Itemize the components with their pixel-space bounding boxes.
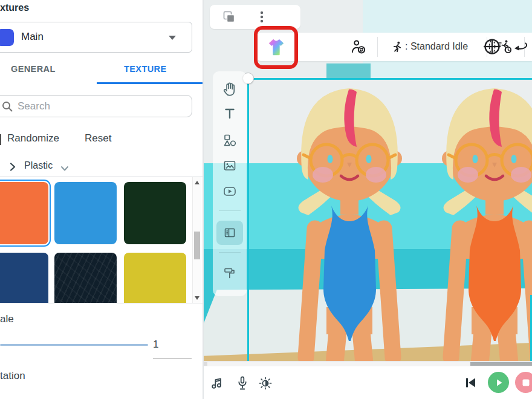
person-swap-icon	[351, 39, 366, 55]
animation-button[interactable]	[389, 39, 405, 56]
hand-icon	[222, 82, 238, 97]
app-window: xtures Main GENERAL TEXTURE Randomize Re…	[0, 0, 532, 399]
scrollbar-thumb[interactable]	[194, 232, 200, 259]
panel-title: xtures	[0, 2, 29, 13]
layer-color-swatch	[0, 29, 14, 46]
tab-texture[interactable]: TEXTURE	[124, 64, 166, 74]
runner-icon	[391, 41, 404, 54]
shapes-icon	[222, 133, 237, 148]
text-tool-button[interactable]	[221, 105, 238, 122]
reset-button[interactable]: Reset	[85, 132, 111, 144]
play-button[interactable]	[488, 372, 509, 393]
duplicate-icon	[222, 10, 236, 24]
shapes-tool-button[interactable]	[221, 132, 238, 149]
playback-bar	[204, 366, 532, 399]
texture-swatch[interactable]	[0, 253, 48, 303]
texture-swatch-grid	[0, 176, 203, 303]
chevron-right-icon	[7, 161, 18, 172]
texture-tool-button[interactable]	[265, 36, 288, 59]
rotation-label: tation	[0, 370, 25, 382]
scene-canvas[interactable]: : Standard Idle	[204, 0, 532, 361]
canvas-horizontal-scrollbar[interactable]	[204, 361, 532, 366]
toolbar-divider	[377, 37, 378, 57]
orbit-arrow-icon	[511, 39, 528, 54]
microphone-button[interactable]	[234, 374, 251, 392]
swatch-scrollbar[interactable]	[192, 177, 201, 303]
scale-input-underline	[153, 358, 192, 358]
character-right	[442, 88, 532, 360]
rotate-view-button[interactable]	[510, 37, 529, 56]
swap-character-button[interactable]	[348, 37, 369, 57]
duplicate-button[interactable]	[221, 8, 238, 25]
selection-box-right-edge	[530, 295, 532, 361]
search-input[interactable]	[18, 98, 181, 114]
skip-previous-icon	[462, 375, 478, 391]
scale-label: ale	[0, 313, 14, 325]
selection-box-left-edge	[247, 78, 249, 361]
chevron-down-icon	[169, 36, 176, 40]
paint-roller-icon	[222, 266, 237, 281]
chevron-down-icon	[59, 163, 70, 174]
search-box	[0, 95, 192, 117]
rainbow-tshirt-icon	[266, 37, 287, 57]
video-tool-button[interactable]	[221, 183, 238, 199]
pan-tool-button[interactable]	[221, 81, 238, 98]
texture-swatch[interactable]	[54, 253, 117, 303]
stop-button[interactable]	[515, 372, 532, 393]
side-panel-icon	[222, 225, 237, 240]
kebab-menu-icon	[255, 10, 269, 24]
scrollbar-corner	[204, 362, 207, 366]
paint-roller-tool-button[interactable]	[221, 265, 238, 282]
stop-icon	[522, 378, 530, 387]
music-button[interactable]	[209, 375, 225, 392]
randomize-icon	[0, 134, 1, 145]
texture-swatch[interactable]	[54, 182, 117, 244]
tab-general[interactable]: GENERAL	[11, 64, 56, 74]
scroll-down-arrow[interactable]	[195, 296, 199, 300]
character-left	[297, 88, 402, 360]
panel-tool-button[interactable]	[221, 224, 238, 241]
canvas-tool-rail	[213, 71, 247, 296]
brightness-icon	[258, 376, 273, 391]
microphone-icon	[235, 375, 250, 391]
texture-swatch	[0, 182, 48, 244]
scale-value-input[interactable]: 1	[153, 339, 192, 351]
layer-dropdown-value: Main	[21, 31, 44, 43]
texture-swatch[interactable]	[124, 182, 186, 244]
text-icon	[222, 106, 237, 121]
scroll-up-arrow[interactable]	[195, 181, 199, 184]
video-icon	[222, 184, 237, 198]
texture-panel: xtures Main GENERAL TEXTURE Randomize Re…	[0, 0, 203, 399]
skip-to-start-button[interactable]	[462, 374, 479, 391]
image-tool-button[interactable]	[221, 157, 238, 174]
play-icon	[494, 378, 504, 388]
rail-divider	[219, 252, 241, 253]
material-group-label: Plastic	[24, 160, 53, 171]
brightness-button[interactable]	[257, 375, 274, 392]
texture-swatch[interactable]	[124, 253, 186, 303]
active-tab-underline	[97, 82, 203, 84]
scrollbar-thumb[interactable]	[470, 362, 532, 366]
gyro-sphere-button[interactable]	[482, 36, 502, 57]
layer-dropdown[interactable]: Main	[0, 22, 192, 53]
search-icon	[1, 100, 15, 114]
rail-divider	[219, 210, 241, 211]
animation-name-label[interactable]: : Standard Idle	[405, 41, 468, 52]
randomize-button[interactable]: Randomize	[7, 132, 59, 144]
canvas-mini-toolbar	[210, 5, 300, 29]
more-options-button[interactable]	[253, 8, 270, 25]
image-icon	[222, 158, 237, 173]
scale-slider[interactable]	[0, 344, 148, 346]
music-note-icon	[210, 376, 224, 391]
selection-box-top-edge	[248, 78, 532, 80]
sphere-axes-icon	[483, 37, 501, 56]
texture-swatch-selected[interactable]	[0, 180, 51, 247]
